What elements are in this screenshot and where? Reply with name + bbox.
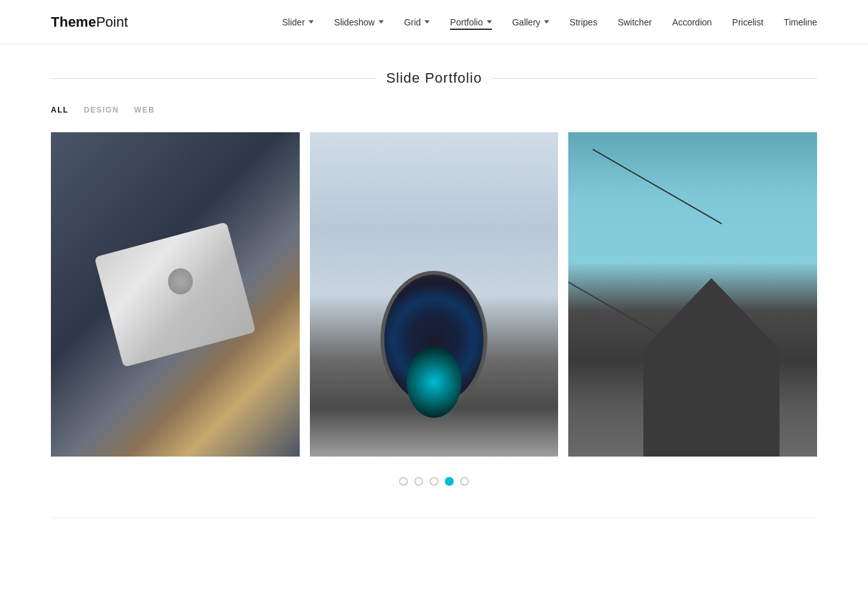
portfolio-item-laptop[interactable] [51, 132, 300, 457]
dot-4[interactable] [445, 477, 454, 486]
gallery-chevron-icon [544, 20, 549, 24]
main-nav: Slider Slideshow Grid Portfolio Gallery … [282, 15, 817, 30]
page-content: Slide Portfolio ALL DESIGN WEB [0, 45, 868, 556]
dots-navigation [51, 477, 817, 486]
portfolio-item-camera[interactable] [310, 132, 559, 457]
dot-5[interactable] [460, 477, 469, 486]
portfolio-image-laptop [51, 132, 300, 457]
title-divider-right [492, 78, 817, 79]
logo: ThemePoint [51, 14, 128, 31]
slideshow-chevron-icon [379, 20, 384, 24]
nav-stripes[interactable]: Stripes [570, 15, 598, 30]
portfolio-grid [51, 132, 817, 457]
filter-web[interactable]: WEB [134, 106, 155, 114]
nav-gallery[interactable]: Gallery [512, 15, 549, 30]
portfolio-item-house[interactable] [568, 132, 817, 457]
dot-2[interactable] [414, 477, 423, 486]
nav-accordion[interactable]: Accordion [672, 15, 711, 30]
filter-tabs: ALL DESIGN WEB [51, 106, 817, 114]
nav-timeline[interactable]: Timeline [784, 15, 817, 30]
nav-portfolio[interactable]: Portfolio [450, 15, 491, 30]
filter-design[interactable]: DESIGN [84, 106, 119, 114]
logo-light: Point [96, 14, 128, 30]
slider-chevron-icon [309, 20, 314, 24]
nav-grid[interactable]: Grid [404, 15, 430, 30]
portfolio-image-house [568, 132, 817, 457]
nav-switcher[interactable]: Switcher [618, 15, 652, 30]
dot-1[interactable] [399, 477, 408, 486]
nav-pricelist[interactable]: Pricelist [732, 15, 764, 30]
dot-3[interactable] [430, 477, 438, 486]
bottom-divider [51, 518, 817, 518]
logo-bold: Theme [51, 14, 96, 30]
nav-slideshow[interactable]: Slideshow [334, 15, 384, 30]
header: ThemePoint Slider Slideshow Grid Portfol… [0, 0, 868, 45]
portfolio-chevron-icon [487, 20, 492, 24]
section-header: Slide Portfolio [51, 70, 817, 86]
title-divider-left [51, 78, 376, 79]
nav-slider[interactable]: Slider [282, 15, 314, 30]
section-title: Slide Portfolio [386, 70, 482, 86]
filter-all[interactable]: ALL [51, 106, 69, 114]
portfolio-image-camera [310, 132, 559, 457]
grid-chevron-icon [424, 20, 430, 24]
